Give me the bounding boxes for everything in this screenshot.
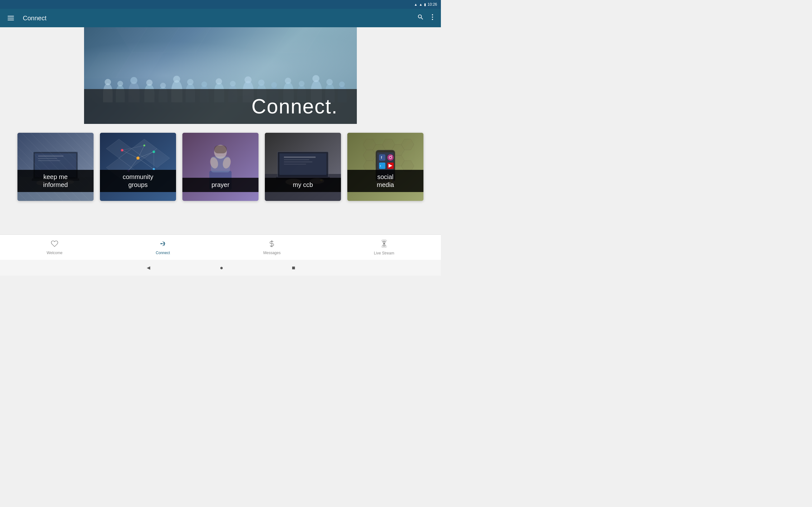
home-button[interactable]: ● [217, 262, 226, 274]
svg-line-37 [129, 158, 138, 171]
svg-rect-54 [284, 159, 309, 160]
app-bar: Connect [0, 9, 441, 27]
card-label-keep-informed: keep meinformed [17, 170, 94, 192]
bottom-nav: Welcome Connect Messages [0, 234, 441, 260]
svg-line-38 [138, 158, 154, 169]
svg-point-0 [432, 14, 433, 15]
svg-line-36 [138, 152, 154, 158]
svg-marker-23 [106, 139, 132, 158]
svg-marker-25 [132, 139, 157, 158]
live-stream-label: Live Stream [374, 251, 394, 256]
svg-text:t: t [380, 164, 381, 167]
live-stream-icon [380, 239, 388, 250]
nav-connect[interactable]: Connect [143, 237, 183, 258]
cards-grid: keep meinformed [0, 124, 441, 210]
svg-rect-78 [387, 154, 394, 161]
hero-title: Connect. [252, 95, 338, 118]
svg-point-2 [432, 19, 433, 20]
connect-icon [159, 240, 166, 249]
card-label-community: communitygroups [100, 170, 176, 192]
card-keep-me-informed[interactable]: keep meinformed [17, 133, 94, 201]
status-icons: ▲ ▲ ▮ 10:26 [414, 2, 437, 7]
welcome-icon [51, 240, 58, 249]
svg-line-40 [122, 146, 144, 150]
svg-rect-16 [38, 156, 63, 157]
status-time: 10:26 [427, 2, 437, 7]
card-prayer[interactable]: prayer [183, 133, 258, 201]
svg-rect-55 [284, 162, 312, 162]
recent-button[interactable]: ■ [289, 262, 298, 274]
status-bar: ▲ ▲ ▮ 10:26 [0, 0, 441, 9]
svg-rect-18 [38, 160, 60, 161]
svg-point-92 [383, 243, 385, 245]
back-button[interactable]: ◄ [143, 262, 154, 274]
messages-icon [268, 240, 275, 249]
hero-banner: Connect. [84, 27, 357, 124]
svg-point-80 [392, 155, 392, 156]
svg-point-34 [143, 145, 145, 147]
svg-point-91 [271, 241, 272, 242]
svg-rect-17 [38, 158, 57, 159]
battery-icon: ▮ [424, 3, 426, 7]
svg-line-35 [122, 150, 138, 158]
svg-rect-48 [214, 146, 227, 153]
svg-line-39 [138, 146, 144, 158]
nav-welcome[interactable]: Welcome [34, 237, 75, 258]
app-title: Connect [23, 14, 415, 22]
signal-icon: ▲ [419, 3, 422, 6]
card-community-groups[interactable]: communitygroups [100, 133, 176, 201]
search-button[interactable] [415, 11, 426, 25]
card-label-prayer: prayer [183, 178, 258, 192]
svg-rect-76 [379, 154, 386, 161]
svg-marker-26 [144, 149, 170, 168]
more-button[interactable] [429, 11, 436, 25]
connect-label: Connect [156, 250, 170, 255]
menu-button[interactable] [5, 13, 16, 23]
svg-point-89 [164, 244, 165, 245]
svg-point-1 [432, 16, 433, 18]
svg-rect-53 [284, 157, 316, 158]
card-label-myccb: my ccb [265, 178, 341, 192]
welcome-label: Welcome [47, 250, 62, 255]
nav-live-stream[interactable]: Live Stream [361, 237, 407, 258]
svg-point-30 [121, 149, 123, 152]
svg-point-87 [160, 243, 162, 244]
main-content: Connect. [0, 27, 441, 241]
svg-point-31 [153, 151, 155, 153]
svg-marker-24 [119, 149, 144, 168]
card-my-ccb[interactable]: my ccb [265, 133, 341, 201]
messages-label: Messages [263, 250, 281, 255]
svg-point-88 [164, 242, 165, 243]
wifi-icon: ▲ [414, 3, 417, 6]
nav-messages[interactable]: Messages [251, 237, 293, 258]
hero-text-bar: Connect. [84, 89, 357, 124]
svg-rect-56 [284, 164, 306, 164]
app-bar-actions [415, 11, 436, 25]
card-social-media[interactable]: f t socialmedia [347, 133, 423, 201]
svg-point-29 [136, 157, 140, 160]
system-nav: ◄ ● ■ [0, 260, 441, 276]
card-label-social-media: socialmedia [347, 170, 423, 192]
